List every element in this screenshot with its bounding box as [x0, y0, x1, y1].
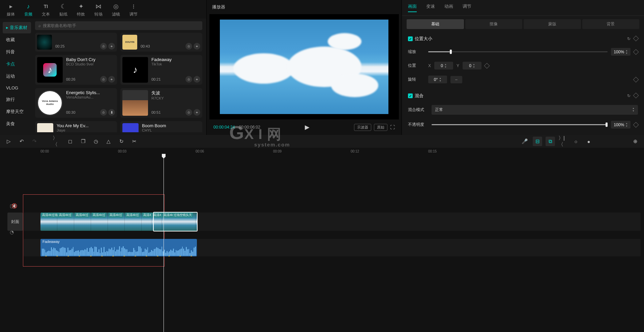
sidebar-item-travel[interactable]: 旅行: [3, 94, 31, 105]
zoom-slider[interactable]: ●: [584, 137, 593, 146]
video-track[interactable]: 封面 高清4k过场空 高清4k过 高清4k过 高清4k过 高清4k过 高清4k过…: [24, 213, 641, 231]
blend-mode-select[interactable]: 正常▲▼: [432, 105, 638, 115]
y-value[interactable]: 0▲▼: [463, 62, 481, 70]
tab-filter[interactable]: ◎滤镜: [112, 3, 120, 17]
timeline-ruler[interactable]: 00:00 00:03 00:06 00:09 00:12 00:15: [0, 148, 644, 155]
prop-tab-adjust[interactable]: 调节: [463, 3, 471, 12]
media-duration: 00:51: [151, 110, 161, 114]
align-button[interactable]: 〉|〈: [558, 137, 568, 146]
link-button[interactable]: ⧉: [546, 137, 555, 146]
sidebar-item-kadian[interactable]: 卡点: [3, 58, 31, 70]
sub-tab-cutout[interactable]: 抠像: [465, 19, 523, 29]
rotation-extra[interactable]: –: [450, 76, 462, 83]
keyframe-icon[interactable]: [633, 122, 639, 128]
playhead[interactable]: [164, 155, 164, 332]
download-button[interactable]: ⬇: [108, 109, 115, 116]
media-card[interactable]: 00:25☆+: [35, 33, 117, 52]
opacity-value[interactable]: 100%▲▼: [611, 121, 631, 129]
tab-text[interactable]: TI文本: [42, 3, 50, 17]
tab-audio[interactable]: ♪音频: [24, 3, 32, 17]
tab-media[interactable]: ▸媒体: [7, 3, 15, 17]
search-input[interactable]: [43, 23, 199, 28]
add-button[interactable]: +: [194, 76, 200, 83]
position-size-toggle[interactable]: ✓位置大小: [408, 36, 432, 42]
sidebar-item-modern[interactable]: 摩登天空: [3, 106, 31, 117]
crop2-tool[interactable]: ✂: [129, 137, 139, 146]
sidebar-item-music[interactable]: ▸ 音乐素材: [3, 22, 31, 33]
x-value[interactable]: 0▲▼: [434, 62, 453, 70]
media-card[interactable]: DOUYIN 00:43☆+: [120, 33, 202, 52]
reset-icon[interactable]: ↻: [627, 93, 631, 98]
media-card[interactable]: Boom BoomCHYL: [120, 121, 202, 132]
sub-tab-mask[interactable]: 蒙版: [524, 19, 581, 29]
favorite-button[interactable]: ☆: [100, 109, 107, 116]
media-card[interactable]: ♪ Baby Don't CryBCD Studio 9ver00:26☆+: [35, 55, 117, 85]
add-button[interactable]: +: [108, 76, 115, 83]
prop-tab-animation[interactable]: 动画: [444, 3, 453, 12]
zoom-fit-button[interactable]: ⊕: [631, 137, 640, 146]
undo-button[interactable]: ↶: [17, 137, 26, 146]
blend-toggle[interactable]: ✓混合: [408, 93, 423, 99]
split-tool[interactable]: 〉〈: [53, 137, 62, 146]
cover-button[interactable]: 封面: [7, 213, 23, 231]
sidebar-item-douyin[interactable]: 抖音: [3, 46, 31, 58]
scale-value[interactable]: 100%▲▼: [611, 48, 631, 56]
magnet-button[interactable]: ⊟: [533, 137, 542, 146]
scale-slider[interactable]: [428, 51, 608, 52]
favorite-button[interactable]: ☆: [185, 109, 192, 116]
keyframe-icon[interactable]: [633, 49, 639, 55]
audio-clip[interactable]: Fadeaway: [40, 239, 197, 256]
prop-tab-speed[interactable]: 变速: [426, 3, 435, 12]
opacity-slider[interactable]: [432, 124, 608, 125]
track-mute-icon[interactable]: 🔇: [10, 202, 18, 210]
copy-tool[interactable]: ❐: [78, 137, 88, 146]
play-button[interactable]: ▶: [305, 123, 310, 131]
favorite-button[interactable]: ☆: [100, 76, 107, 83]
zoom-out-button[interactable]: ○: [571, 137, 581, 146]
favorite-button[interactable]: ☆: [185, 76, 192, 83]
add-button[interactable]: +: [194, 109, 200, 116]
media-card[interactable]: Vens Adams Audio Energetic Stylis...Vens…: [35, 88, 117, 118]
add-button[interactable]: +: [194, 43, 200, 50]
media-card[interactable]: You Are My Ev...Jiaye: [35, 121, 117, 132]
sub-tab-basic[interactable]: 基础: [407, 19, 464, 29]
rotation-value[interactable]: 0°▲▼: [428, 76, 447, 83]
tab-transition[interactable]: ⋈转场: [94, 3, 103, 17]
keyframe-icon[interactable]: [633, 36, 639, 42]
audio-track[interactable]: Fadeaway: [24, 239, 641, 256]
media-card[interactable]: ♪ FadeawayTikTok00:21☆+: [120, 55, 202, 85]
keyframe-icon[interactable]: [633, 77, 639, 82]
opacity-label: 不透明度: [408, 122, 428, 128]
sidebar-item-vlog[interactable]: VLOG: [3, 83, 31, 93]
media-grid: 00:25☆+ DOUYIN 00:43☆+ ♪ Baby Don't CryB…: [35, 33, 202, 132]
mirror-tool[interactable]: △: [104, 137, 113, 146]
sidebar-item-sport[interactable]: 运动: [3, 71, 31, 82]
crop-tool[interactable]: ◻: [65, 137, 75, 146]
fullscreen-button[interactable]: ⛶: [390, 124, 395, 130]
tab-adjust[interactable]: ⫶调节: [129, 3, 138, 17]
tab-effects[interactable]: ✦特效: [77, 3, 85, 17]
prop-tab-picture[interactable]: 画面: [408, 3, 417, 12]
video-clip-selection[interactable]: [153, 212, 198, 231]
scope-button[interactable]: 示波器: [354, 124, 371, 131]
mic-button[interactable]: 🎤: [520, 137, 529, 146]
search-input-wrapper[interactable]: ⌕: [35, 21, 202, 30]
select-tool[interactable]: ▷: [4, 137, 13, 146]
keyframe-icon[interactable]: [484, 63, 490, 68]
reset-icon[interactable]: ↻: [627, 36, 631, 41]
timeline-tracks[interactable]: ▢ 🔇 ◔ 封面 高清4k过场空 高清4k过 高清4k过 高清4k过 高清4k过…: [0, 155, 644, 332]
redo-button[interactable]: ↷: [30, 137, 39, 146]
favorite-button[interactable]: ☆: [100, 43, 107, 50]
sidebar-item-favorite[interactable]: 收藏: [3, 34, 31, 46]
rotate-tool[interactable]: ↻: [117, 137, 126, 146]
sidebar-item-food[interactable]: 美食: [3, 118, 31, 130]
tab-sticker[interactable]: ☾贴纸: [59, 3, 67, 17]
speed-tool[interactable]: ◷: [91, 137, 100, 146]
sub-tab-background[interactable]: 背景: [582, 19, 640, 29]
keyframe-icon[interactable]: [633, 93, 639, 99]
add-button[interactable]: +: [108, 43, 115, 50]
favorite-button[interactable]: ☆: [185, 43, 192, 50]
original-button[interactable]: 原始: [374, 124, 387, 131]
media-card[interactable]: 失波R7CKY00:51☆+: [120, 88, 202, 118]
video-preview[interactable]: [209, 14, 399, 119]
